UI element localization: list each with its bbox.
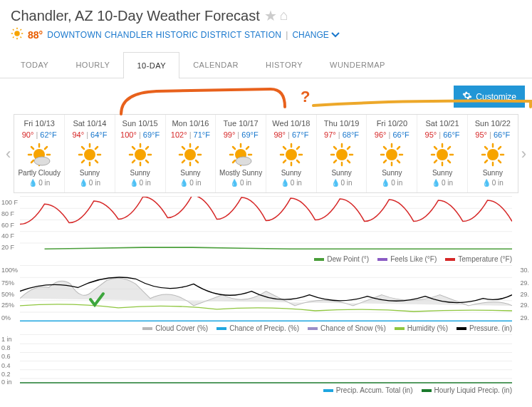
weather-icon	[329, 142, 355, 168]
prev-arrow[interactable]: ‹	[3, 145, 14, 163]
favorite-star-icon[interactable]: ★	[264, 7, 277, 24]
raindrop-icon: 💧	[130, 179, 138, 187]
svg-line-83	[397, 147, 400, 149]
svg-line-64	[283, 160, 286, 163]
day-precip: 💧0 in	[469, 179, 516, 187]
forecast-day[interactable]: Tue 10/1799° | 69°FMostly Sunny💧0 in	[216, 115, 266, 192]
tab-history[interactable]: HISTORY	[252, 51, 316, 78]
legend-3: Precip. Accum. Total (in) Hourly Liquid …	[20, 384, 512, 396]
svg-point-84	[437, 149, 448, 160]
svg-point-57	[286, 149, 297, 160]
forecast-day[interactable]: Wed 10/1898° | 67°FSunny💧0 in	[266, 115, 317, 192]
day-date: Mon 10/16	[167, 119, 214, 128]
weather-icon	[77, 142, 103, 168]
svg-line-73	[334, 160, 336, 163]
customize-button[interactable]: Customize	[454, 86, 525, 108]
day-precip: 💧0 in	[217, 179, 264, 187]
weather-icon	[278, 142, 304, 168]
svg-line-101	[499, 147, 501, 149]
svg-line-54	[233, 160, 235, 163]
svg-line-7	[13, 37, 14, 38]
forecast-day[interactable]: Thu 10/1997° | 68°FSunny💧0 in	[317, 115, 367, 192]
change-station-link[interactable]: CHANGE	[292, 30, 339, 40]
raindrop-icon: 💧	[230, 179, 239, 187]
tab-calendar[interactable]: CALENDAR	[179, 51, 252, 78]
svg-line-71	[334, 147, 336, 149]
svg-line-44	[196, 160, 198, 163]
day-precip: 💧0 in	[117, 179, 164, 187]
chevron-down-icon	[331, 30, 340, 40]
svg-line-63	[297, 160, 299, 163]
forecast-day[interactable]: Sun 10/2295° | 66°FSunny💧0 in	[468, 115, 518, 192]
legend-1: Dew Point (°) Feels Like (°F) Temperatur…	[20, 253, 512, 265]
forecast-day[interactable]: Mon 10/16102° | 71°FSunny💧0 in	[166, 115, 217, 192]
raindrop-icon: 💧	[331, 179, 340, 187]
svg-line-98	[485, 147, 487, 149]
svg-line-37	[146, 147, 148, 149]
next-arrow[interactable]: ›	[518, 145, 529, 163]
tab-today[interactable]: TODAY	[7, 51, 62, 78]
day-condition: Sunny	[469, 169, 516, 177]
raindrop-icon: 💧	[381, 179, 390, 187]
weather-icon	[228, 142, 254, 168]
forecast-day[interactable]: Sat 10/2195° | 66°FSunny💧0 in	[417, 115, 468, 192]
tab-hourly[interactable]: HOURLY	[62, 51, 123, 78]
home-icon[interactable]: ⌂	[280, 7, 288, 24]
svg-point-19	[34, 157, 50, 165]
svg-point-20	[84, 149, 95, 160]
weather-icon	[429, 142, 455, 168]
gear-icon	[462, 91, 472, 103]
svg-point-75	[386, 149, 397, 160]
current-temp: 88°	[28, 29, 43, 41]
svg-point-38	[184, 149, 196, 160]
day-temps: 94° | 64°F	[66, 130, 113, 139]
svg-line-72	[348, 160, 350, 163]
forecast-day[interactable]: Sat 10/1494° | 64°FSunny💧0 in	[65, 115, 115, 192]
svg-line-81	[397, 160, 400, 163]
svg-line-65	[297, 147, 299, 149]
forecast-day[interactable]: Fri 10/2096° | 66°FSunny💧0 in	[367, 115, 417, 192]
day-date: Sun 10/22	[469, 119, 516, 128]
day-temps: 102° | 71°F	[167, 130, 214, 139]
day-condition: Sunny	[268, 169, 315, 177]
svg-line-99	[499, 160, 501, 163]
day-temps: 97° | 68°F	[318, 130, 365, 139]
svg-point-0	[14, 31, 20, 36]
day-condition: Sunny	[167, 169, 214, 177]
svg-text:?: ?	[301, 88, 310, 105]
day-date: Fri 10/13	[16, 119, 63, 128]
svg-point-93	[487, 149, 499, 160]
day-condition: Sunny	[66, 169, 113, 177]
day-condition: Sunny	[368, 169, 415, 177]
svg-line-52	[233, 147, 235, 149]
day-precip: 💧0 in	[66, 179, 113, 187]
day-temps: 96° | 66°F	[368, 130, 415, 139]
tab-wundermap[interactable]: WUNDERMAP	[316, 51, 399, 78]
svg-point-29	[135, 149, 146, 160]
weather-icon	[26, 142, 52, 168]
svg-line-18	[45, 147, 47, 149]
forecast-day[interactable]: Sun 10/15100° | 69°FSunny💧0 in	[115, 115, 166, 192]
svg-line-43	[182, 147, 184, 149]
day-date: Fri 10/20	[368, 119, 415, 128]
forecast-day[interactable]: Fri 10/1390° | 62°FPartly Cloudy💧0 in	[14, 115, 65, 192]
day-date: Tue 10/17	[217, 119, 264, 128]
separator: |	[286, 30, 288, 40]
sun-icon	[11, 27, 24, 42]
chart-precip: 1 in 0.8 0.6 0.4 0.2 0 in	[20, 334, 512, 384]
svg-line-90	[448, 160, 450, 163]
tab-bar: TODAYHOURLY10-DAYCALENDARHISTORYWUNDERMA…	[0, 51, 532, 78]
svg-line-27	[82, 160, 84, 163]
day-precip: 💧0 in	[16, 179, 63, 187]
svg-line-100	[485, 160, 487, 163]
day-date: Wed 10/18	[268, 119, 315, 128]
day-precip: 💧0 in	[167, 179, 214, 187]
day-temps: 98° | 67°F	[268, 130, 315, 139]
day-temps: 99° | 69°F	[217, 130, 264, 139]
raindrop-icon: 💧	[28, 179, 37, 187]
svg-line-25	[82, 147, 84, 149]
tab-10-day[interactable]: 10-DAY	[123, 52, 179, 78]
station-link[interactable]: DOWNTOWN CHANDLER HISTORIC DISTRICT STAT…	[47, 30, 281, 40]
day-condition: Sunny	[117, 169, 164, 177]
raindrop-icon: 💧	[432, 179, 440, 187]
